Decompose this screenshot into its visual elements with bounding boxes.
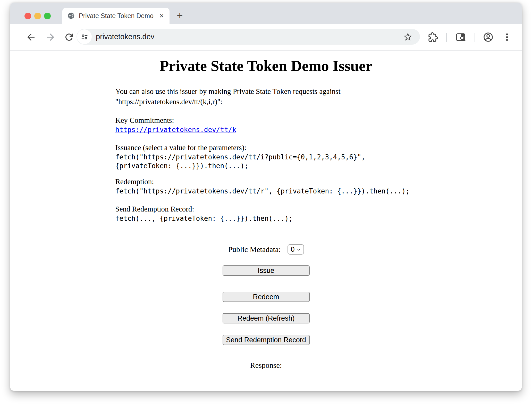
key-commitments-link[interactable]: https://privatetokens.dev/tt/k: [115, 125, 417, 134]
browser-toolbar: privatetokens.dev: [10, 24, 522, 51]
redemption-section: Redemption: fetch("https://privatetokens…: [115, 176, 417, 196]
issuance-section: Issuance (select a value for the paramet…: [115, 142, 417, 170]
intro-line-2: "https://privatetokens.dev/tt/(k,i,r)":: [115, 96, 417, 107]
redeem-button[interactable]: Redeem: [223, 292, 310, 302]
toolbar-divider: [446, 33, 447, 42]
public-metadata-label: Public Metadata:: [228, 245, 281, 254]
bookmark-star-icon[interactable]: [403, 32, 413, 42]
page-content: Private State Token Demo Issuer You can …: [10, 51, 522, 390]
public-metadata-select[interactable]: 0: [288, 244, 304, 255]
response-label: Response:: [10, 360, 522, 370]
redemption-label: Redemption:: [115, 176, 417, 187]
issuance-label: Issuance (select a value for the paramet…: [115, 142, 417, 153]
redemption-code: fetch("https://privatetokens.dev/tt/r", …: [115, 187, 417, 196]
issuance-code-line-1: fetch("https://privatetokens.dev/tt/i?pu…: [115, 153, 417, 161]
globe-favicon-icon: [67, 12, 75, 19]
tab-title: Private State Token Demo: [79, 12, 159, 20]
minimize-window-button[interactable]: [34, 13, 41, 19]
intro-line-1: You can also use this issuer by making P…: [115, 86, 417, 96]
profile-icon[interactable]: [482, 31, 495, 44]
key-commitments-label: Key Commitments:: [115, 115, 417, 125]
send-redemption-record-button[interactable]: Send Redemption Record: [223, 335, 310, 345]
url-text[interactable]: privatetokens.dev: [96, 32, 403, 41]
url-bar[interactable]: privatetokens.dev: [77, 29, 420, 45]
site-settings-icon[interactable]: [77, 29, 92, 44]
tab-strip: Private State Token Demo × +: [10, 3, 522, 24]
public-metadata-row: Public Metadata: 0: [10, 244, 522, 255]
close-window-button[interactable]: [24, 13, 31, 19]
intro-paragraph: You can also use this issuer by making P…: [115, 86, 417, 107]
browser-tab[interactable]: Private State Token Demo ×: [62, 8, 170, 24]
toolbar-divider: [475, 33, 475, 42]
page-title: Private State Token Demo Issuer: [10, 57, 522, 74]
issuance-code-line-2: {privateToken: {...}}).then(...);: [115, 161, 417, 170]
tab-close-icon[interactable]: ×: [159, 12, 164, 19]
zoom-window-button[interactable]: [44, 13, 51, 19]
back-icon[interactable]: [25, 31, 37, 43]
side-panel-search-icon[interactable]: [454, 31, 467, 44]
traffic-lights: [24, 13, 51, 19]
browser-window: Private State Token Demo × +: [10, 3, 522, 391]
new-tab-button[interactable]: +: [175, 10, 185, 21]
issue-button[interactable]: Issue: [223, 265, 310, 276]
public-metadata-value: 0: [291, 246, 295, 254]
redeem-refresh-button[interactable]: Redeem (Refresh): [223, 313, 310, 323]
forward-icon[interactable]: [44, 31, 57, 43]
send-redemption-record-section: Send Redemption Record: fetch(..., {priv…: [115, 204, 417, 223]
extensions-icon[interactable]: [426, 31, 439, 44]
send-redemption-record-code: fetch(..., {privateToken: {...}}).then(.…: [115, 214, 417, 223]
menu-kebab-icon[interactable]: [501, 31, 513, 44]
key-commitments-section: Key Commitments: https://privatetokens.d…: [115, 115, 417, 134]
chevron-down-icon: [296, 247, 301, 252]
send-redemption-record-label: Send Redemption Record:: [115, 204, 417, 214]
reload-icon[interactable]: [63, 31, 75, 43]
